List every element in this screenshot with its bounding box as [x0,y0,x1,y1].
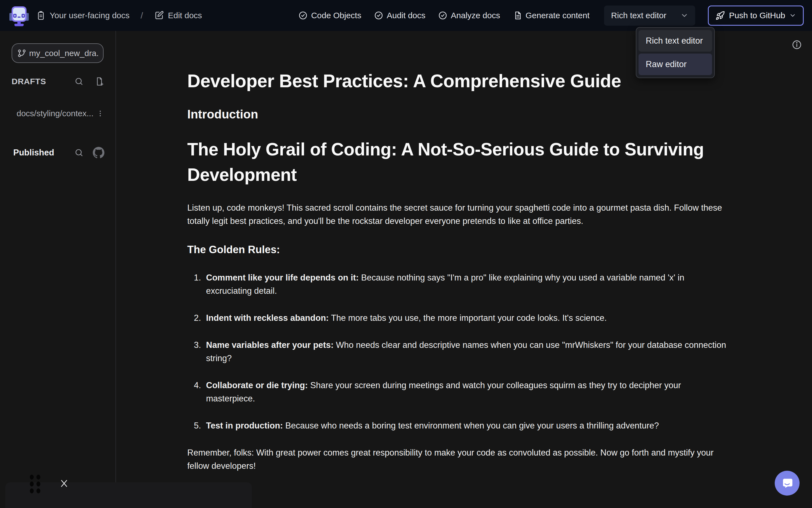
menu-item-rich-text-editor[interactable]: Rich text editor [639,30,712,52]
drafts-section-header: DRAFTS [12,77,105,86]
chat-launcher-button[interactable] [775,471,800,496]
app-logo-robot-icon[interactable] [9,5,29,26]
intro-heading: Introduction [187,108,728,121]
analyze-docs-label: Analyze docs [451,11,500,20]
clipboard-icon [36,10,46,20]
sidebar: my_cool_new_dra... DRAFTS docs/styling/c… [0,31,116,508]
draft-list-item[interactable]: docs/styling/contex... [12,109,105,118]
git-branch-icon [17,49,26,58]
code-objects-button[interactable]: Code Objects [298,11,361,20]
bottom-overlay-panel [5,482,252,508]
code-objects-label: Code Objects [311,11,361,20]
top-navbar: Your user-facing docs / Edit docs Code O… [0,0,812,31]
main-heading: The Holy Grail of Coding: A Not-So-Serio… [187,137,728,187]
breadcrumb-user-docs[interactable]: Your user-facing docs [36,10,129,20]
branch-selector[interactable]: my_cool_new_dra... [12,43,104,63]
document-preview: Developer Best Practices: A Comprehensiv… [187,31,728,473]
rule-lead: Indent with reckless abandon: [206,313,329,323]
lead-paragraph: Listen up, code monkeys! This sacred scr… [187,201,728,228]
search-drafts-icon[interactable] [74,77,84,86]
document-icon [513,11,522,20]
analyze-docs-button[interactable]: Analyze docs [438,11,500,20]
check-circle-icon [298,11,308,20]
rule-item: Indent with reckless abandon: The more t… [206,311,728,325]
chevron-down-icon [789,12,796,19]
draft-item-label: docs/styling/contex... [16,109,93,118]
rule-item: Collaborate or die trying: Share your sc… [206,379,728,405]
kebab-menu-icon[interactable] [96,109,105,118]
rule-item: Name variables after your pets: Who need… [206,338,728,365]
breadcrumb-label: Edit docs [168,11,202,20]
edit-icon [154,10,164,20]
breadcrumb-separator: / [140,10,143,21]
rule-lead: Test in production: [206,421,283,430]
audit-docs-button[interactable]: Audit docs [374,11,425,20]
check-circle-icon [438,11,447,20]
rule-text: The more tabs you use, the more importan… [329,313,607,323]
generate-content-button[interactable]: Generate content [513,11,590,20]
published-title: Published [13,148,54,158]
menu-item-raw-editor[interactable]: Raw editor [639,53,712,75]
published-section-header: Published [13,147,105,159]
audit-docs-label: Audit docs [387,11,425,20]
breadcrumb-edit-docs[interactable]: Edit docs [154,10,202,20]
new-draft-icon[interactable] [94,77,105,86]
check-circle-icon [374,11,383,20]
rule-lead: Collaborate or die trying: [206,380,308,390]
info-icon[interactable] [791,40,802,50]
push-to-github-button[interactable]: Push to GitHub [708,5,804,26]
chevron-down-icon [680,11,689,19]
drag-handle-icon[interactable] [29,474,42,494]
rule-text: Because who needs a boring test environm… [283,421,659,430]
editor-mode-select[interactable]: Rich text editor [604,5,695,26]
rule-lead: Name variables after your pets: [206,340,334,350]
generate-content-label: Generate content [526,11,590,20]
rules-list: Comment like your life depends on it: Be… [187,271,728,432]
chat-bubble-icon [780,476,794,490]
rule-item: Test in production: Because who needs a … [206,419,728,432]
closing-paragraph: Remember, folks: With great power comes … [187,446,728,473]
branch-name: my_cool_new_dra... [29,49,98,58]
editor-mode-menu: Rich text editor Raw editor [636,27,715,78]
rules-heading: The Golden Rules: [187,244,728,256]
close-icon[interactable] [59,478,69,489]
breadcrumb-label: Your user-facing docs [50,11,129,20]
github-icon[interactable] [93,147,105,159]
push-to-github-label: Push to GitHub [729,11,785,20]
drafts-title: DRAFTS [12,77,46,86]
editor-mode-value: Rich text editor [611,11,666,20]
rule-lead: Comment like your life depends on it: [206,273,359,283]
rocket-icon [715,10,725,20]
search-published-icon[interactable] [74,148,84,158]
rule-item: Comment like your life depends on it: Be… [206,271,728,298]
